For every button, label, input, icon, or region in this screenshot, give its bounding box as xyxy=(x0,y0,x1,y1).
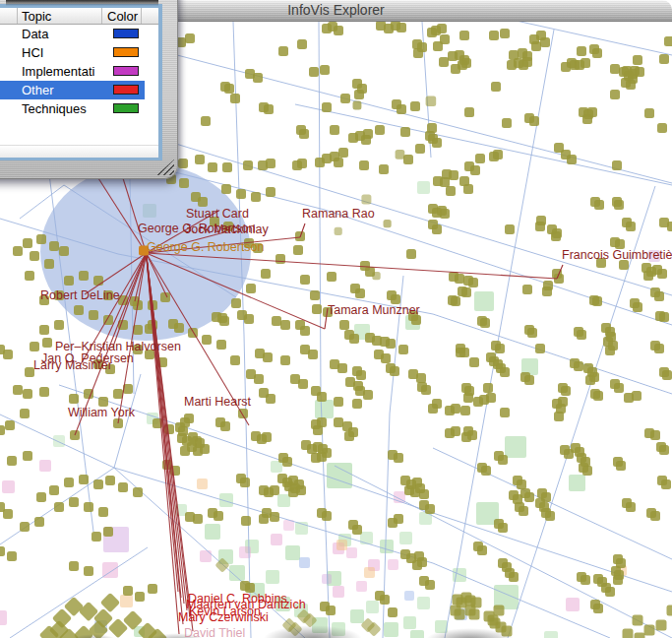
svg-text:William York: William York xyxy=(68,406,136,419)
svg-text:Larry Masinter: Larry Masinter xyxy=(33,358,112,372)
svg-text:George G. Robertson: George G. Robertson xyxy=(147,240,265,254)
svg-text:Tamara Munzner: Tamara Munzner xyxy=(328,303,420,317)
svg-text:Jock Mackinlay: Jock Mackinlay xyxy=(185,223,269,236)
svg-text:Stuart Card: Stuart Card xyxy=(186,207,249,221)
svg-text:Marti Hearst: Marti Hearst xyxy=(184,395,252,409)
svg-text:David Thiel: David Thiel xyxy=(184,626,245,638)
svg-text:Mary Czerwinski: Mary Czerwinski xyxy=(178,610,269,624)
svg-text:Ramana Rao: Ramana Rao xyxy=(302,207,375,221)
svg-text:Robert DeLine: Robert DeLine xyxy=(40,288,120,302)
svg-text:Francois Guimbretière: Francois Guimbretière xyxy=(562,248,672,262)
